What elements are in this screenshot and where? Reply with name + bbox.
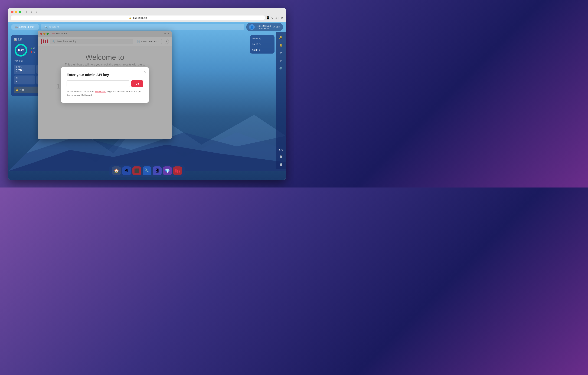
go-button[interactable]: Go: [131, 80, 143, 87]
monitor-icon: 📊: [14, 38, 17, 41]
modal-description: An API key that has at least permission …: [67, 90, 143, 97]
assistant-button[interactable]: 🤖 Sealos 小助理: [11, 24, 39, 30]
user-name: 15316909456: [256, 25, 272, 27]
sealos-search-bar[interactable]: 🔍 搜索应用: [41, 24, 244, 30]
cpu-icon: ⚙: [16, 66, 17, 68]
browser-chrome: ⊡ ‹ › 🔒 bja.sealos.run 📱 ↻ ⎙ + ⧉: [8, 8, 286, 22]
balance1-value: 18.28 ©: [252, 43, 273, 46]
days-label: 19605 天: [252, 37, 273, 40]
cpu-percent-text: 100%: [18, 49, 24, 52]
tab-grid-btn[interactable]: ⧉: [281, 16, 283, 20]
cpu-unit: c: [23, 70, 24, 72]
cpu-card: ⚙ CPU 0.70 c: [14, 65, 35, 74]
sealos-dock: 🏠 ⚙ ⬛ 🔧 🗄 💎: [109, 165, 185, 177]
search-icon: 🔍: [45, 26, 48, 28]
currency-icon2: ©: [259, 49, 261, 52]
browser-title-bar: ⊡ ‹ ›: [11, 10, 283, 14]
dock-item-database[interactable]: 🗄: [153, 167, 162, 175]
robot-icon: 🤖: [15, 26, 18, 28]
modal-close-button[interactable]: ✕: [143, 70, 146, 74]
lock-icon: 🔒: [129, 17, 132, 19]
copy-btn[interactable]: 📋: [277, 153, 284, 160]
modal-overlay: Enter your admin API key ✕ Go An API key…: [38, 31, 172, 139]
balance1-row: 18.28 ©: [252, 43, 273, 46]
user-sub-id: ID:eIA1AF0-V8: [256, 27, 272, 30]
extra-card1: 存 1.: [14, 75, 35, 84]
sealos-user-info: 👤 15316909456 ID:eIA1AF0-V8 ⏻ 退出: [246, 23, 283, 31]
sealos-right-panel: 19605 天 18.28 © 16.03 ©: [250, 35, 274, 53]
url-text: bja.sealos.run: [133, 17, 147, 19]
dock-item-crystal[interactable]: 💎: [163, 167, 172, 175]
gauge-legend: 健 告: [31, 47, 35, 53]
cpu-gauge: 100%: [14, 43, 28, 57]
cpu-value: 0.70: [16, 69, 22, 72]
notification-btn[interactable]: 🔔: [277, 34, 284, 41]
dock-item-meilisearch[interactable]: [173, 167, 182, 175]
share-btn[interactable]: ⎙: [275, 16, 277, 20]
dock-item-tools[interactable]: 🔧: [143, 167, 151, 175]
close-traffic-light[interactable]: [11, 11, 13, 13]
sealos-background: 🤖 Sealos 小助理 🔍 搜索应用 👤 15316909456 ID:eIA…: [8, 22, 286, 180]
forward-btn[interactable]: ›: [35, 10, 38, 14]
api-key-modal: Enter your admin API key ✕ Go An API key…: [61, 67, 149, 103]
refresh-btn[interactable]: ↻: [271, 16, 273, 20]
arrow-btn[interactable]: →: [277, 72, 284, 79]
back-btn[interactable]: ‹: [30, 10, 33, 14]
maximize-traffic-light[interactable]: [19, 11, 21, 13]
sidebar-toggle-btn[interactable]: ⊡: [23, 10, 28, 14]
copy2-btn[interactable]: 📋: [277, 161, 284, 168]
browser-toolbar: 🔒 bja.sealos.run 📱 ↻ ⎙ + ⧉: [11, 15, 283, 22]
bell-btn[interactable]: 🔔: [277, 42, 284, 48]
api-key-input[interactable]: [67, 80, 130, 87]
toolbar-actions: 📱 ↻ ⎙ + ⧉: [266, 16, 283, 20]
dock-item-kubernetes[interactable]: ⚙: [122, 167, 131, 175]
transfer-btn[interactable]: ⇄: [277, 49, 284, 56]
days-row: 19605 天: [252, 37, 273, 40]
svg-rect-6: [176, 169, 177, 173]
meilisearch-window: ≡≡ Meilisearch — ⧉ ✕: [38, 31, 172, 139]
browser-content: 🤖 Sealos 小助理 🔍 搜索应用 👤 15316909456 ID:eIA…: [8, 22, 286, 180]
address-bar[interactable]: 🔒 bja.sealos.run: [11, 15, 265, 20]
svg-rect-8: [178, 170, 180, 173]
dock-item-home[interactable]: 🏠: [112, 167, 121, 175]
permission-link[interactable]: permission: [95, 90, 106, 93]
svg-rect-7: [177, 170, 178, 173]
settings-btn[interactable]: ⚙️: [277, 65, 284, 72]
new-tab-btn[interactable]: +: [278, 16, 280, 20]
currency-icon1: ©: [259, 43, 261, 46]
screen-share-btn[interactable]: 📱: [266, 16, 270, 20]
browser-window: ⊡ ‹ › 🔒 bja.sealos.run 📱 ↻ ⎙ + ⧉: [8, 8, 286, 180]
dock-item-app-store[interactable]: ⬛: [132, 167, 141, 175]
traffic-lights: [11, 11, 21, 13]
minimize-traffic-light[interactable]: [15, 11, 17, 13]
logout-button[interactable]: ⏻ 退出: [273, 26, 280, 29]
charge-label: 充值: [279, 148, 283, 152]
modal-input-row: Go: [67, 80, 143, 87]
balance2-value: 16.03 ©: [252, 49, 273, 52]
modal-title: Enter your admin API key: [67, 73, 143, 77]
transfer2-btn[interactable]: ⇄: [277, 57, 284, 64]
warning-icon: ⚠️: [16, 89, 19, 91]
sealos-sidebar-right: 🔔 🔔 ⇄ ⇄ ⚙️ → 充值 📋 📋: [276, 32, 286, 169]
user-avatar: 👤: [249, 24, 255, 30]
balance2-row: 16.03 ©: [252, 49, 273, 52]
